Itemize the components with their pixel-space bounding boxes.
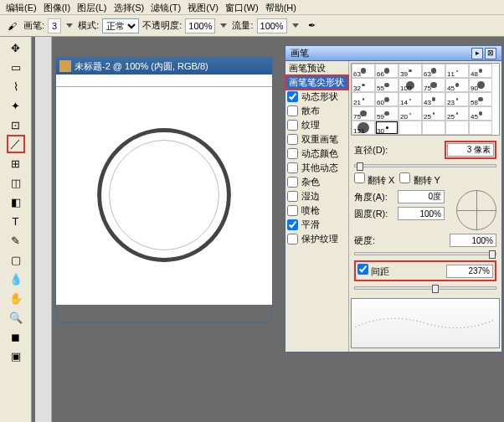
brush-tip-cell[interactable]: 32 (352, 78, 375, 92)
menu-layer[interactable]: 图层(L) (75, 2, 109, 13)
brush-tip-cell[interactable] (399, 121, 422, 135)
chk-noise[interactable] (287, 177, 298, 188)
brush-tip-cell[interactable]: 59 (375, 106, 399, 121)
brush-tip-cell[interactable]: 131 (352, 121, 375, 135)
crop-tool[interactable]: ⊡ (7, 116, 25, 134)
flow-field[interactable]: 100% (257, 18, 287, 33)
brush-tip-cell[interactable] (445, 121, 469, 135)
brush-tip-cell[interactable]: 30 (375, 121, 399, 135)
brush-tip-cell[interactable]: 63 (352, 64, 375, 78)
brush-tip-cell[interactable]: 48 (469, 64, 492, 78)
tab-smoothing[interactable]: 平滑 (285, 218, 348, 232)
tab-other-dynamics[interactable]: 其他动态 (285, 161, 348, 175)
wand-tool[interactable]: ✦ (7, 96, 25, 115)
brush-tip-cell[interactable]: 11 (445, 64, 469, 78)
fg-bg-swatch[interactable]: ◼ (7, 327, 25, 346)
brush-tip-cell[interactable]: 90 (469, 78, 492, 92)
tab-wet-edges[interactable]: 湿边 (285, 189, 348, 203)
brush-tip-cell[interactable] (422, 121, 445, 135)
tab-airbrush[interactable]: 喷枪 (285, 203, 348, 218)
chk-shape-dynamics[interactable] (287, 91, 298, 102)
tab-dual-brush[interactable]: 双重画笔 (285, 132, 348, 147)
chk-other-dynamics[interactable] (287, 162, 298, 173)
airbrush-icon[interactable]: ✒ (304, 18, 321, 34)
diameter-input[interactable] (447, 143, 494, 157)
menu-view[interactable]: 视图(V) (185, 2, 221, 13)
angle-control[interactable] (456, 190, 496, 230)
angle-input[interactable] (398, 190, 445, 203)
tab-scatter[interactable]: 散布 (285, 104, 348, 118)
panel-close-button[interactable]: ⊠ (485, 48, 496, 59)
brush-tip-cell[interactable]: 66 (375, 64, 399, 78)
menu-image[interactable]: 图像(I) (41, 2, 73, 13)
chk-airbrush[interactable] (287, 205, 298, 216)
lasso-tool[interactable]: ⌇ (7, 77, 25, 95)
panel-titlebar[interactable]: 画笔 ▸ ⊠ (285, 46, 501, 61)
shape-tool[interactable]: ▢ (7, 250, 25, 269)
gradient-tool[interactable]: ◧ (7, 193, 25, 211)
menu-select[interactable]: 选择(S) (111, 2, 147, 13)
brush-tip-cell[interactable]: 45 (469, 106, 492, 121)
tab-color-dynamics[interactable]: 动态颜色 (285, 147, 348, 161)
chk-smoothing[interactable] (287, 219, 298, 230)
tab-presets[interactable]: 画笔预设 (285, 61, 348, 75)
hardness-slider[interactable] (354, 252, 496, 255)
tab-shape-dynamics[interactable]: 动态形状 (285, 90, 348, 104)
stamp-tool[interactable]: ⊞ (7, 154, 25, 172)
menu-window[interactable]: 窗口(W) (223, 2, 261, 13)
flipx-checkbox[interactable]: 翻转 X (354, 172, 394, 187)
brush-tip-cell[interactable]: 45 (445, 78, 469, 92)
brush-tool[interactable]: ／ (7, 135, 25, 153)
brush-tip-cell[interactable]: 20 (399, 106, 422, 121)
quickmask-tool[interactable]: ▣ (7, 347, 25, 365)
brush-tip-cell[interactable]: 14 (399, 92, 422, 106)
brush-tip-cell[interactable]: 21 (352, 92, 375, 106)
tab-texture[interactable]: 纹理 (285, 118, 348, 132)
tab-tip-shape[interactable]: 画笔笔尖形状 (285, 75, 348, 90)
move-tool[interactable]: ✥ (7, 39, 25, 57)
roundness-input[interactable] (398, 207, 445, 220)
hand-tool[interactable]: ✋ (7, 289, 25, 307)
canvas[interactable] (56, 87, 272, 305)
opacity-dropdown-icon[interactable] (220, 23, 227, 28)
type-tool[interactable]: T (7, 212, 25, 230)
brush-size-field[interactable]: 3 (48, 18, 61, 33)
pen-tool[interactable]: ✎ (7, 231, 25, 250)
brush-tip-cell[interactable]: 43 (422, 92, 445, 106)
tab-noise[interactable]: 杂色 (285, 175, 348, 189)
flow-dropdown-icon[interactable] (292, 23, 299, 28)
brush-tip-cell[interactable]: 100 (399, 78, 422, 92)
canvas-area[interactable] (56, 87, 272, 322)
chk-wet-edges[interactable] (287, 191, 298, 202)
mode-select[interactable]: 正常 (102, 18, 139, 33)
brush-tip-cell[interactable]: 23 (445, 92, 469, 106)
chk-color-dynamics[interactable] (287, 148, 298, 159)
brush-tip-cell[interactable]: 60 (375, 92, 399, 106)
chk-protect-texture[interactable] (287, 234, 298, 244)
hardness-input[interactable] (450, 234, 496, 247)
brush-tip-cell[interactable]: 25 (445, 106, 469, 121)
eyedropper-tool[interactable]: 💧 (7, 270, 25, 288)
brush-tip-cell[interactable]: 58 (469, 92, 492, 106)
brush-tip-cell[interactable]: 75 (352, 106, 375, 121)
brush-tip-cell[interactable]: 39 (399, 64, 422, 78)
zoom-tool[interactable]: 🔍 (7, 308, 25, 327)
brush-size-dropdown-icon[interactable] (66, 23, 73, 28)
brush-tip-cell[interactable]: 75 (422, 78, 445, 92)
brush-tip-cell[interactable] (469, 121, 492, 135)
opacity-field[interactable]: 100% (185, 18, 215, 33)
chk-scatter[interactable] (287, 106, 298, 116)
brush-tip-cell[interactable]: 55 (375, 78, 399, 92)
brush-tip-cell[interactable]: 25 (422, 106, 445, 121)
flipy-checkbox[interactable]: 翻转 Y (399, 172, 440, 187)
diameter-slider[interactable] (354, 164, 496, 167)
chk-texture[interactable] (287, 120, 298, 131)
menu-help[interactable]: 帮助(H) (263, 2, 299, 13)
spacing-input[interactable] (446, 265, 493, 278)
chk-dual-brush[interactable] (287, 134, 298, 145)
brush-tip-cell[interactable]: 63 (422, 64, 445, 78)
spacing-slider[interactable] (354, 286, 496, 290)
tab-protect-texture[interactable]: 保护纹理 (285, 232, 348, 246)
document-titlebar[interactable]: 未标题-2 @ 100% (内圆, RGB/8) (56, 58, 272, 75)
menu-edit[interactable]: 编辑(E) (3, 2, 39, 13)
